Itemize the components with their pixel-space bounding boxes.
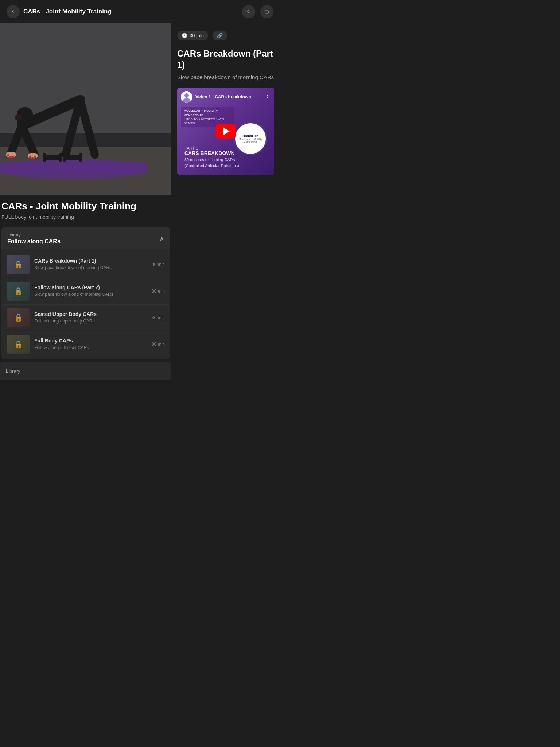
header-right: ☆ ⬡ [242, 5, 273, 18]
svg-point-22 [9, 156, 12, 158]
svg-point-12 [15, 115, 22, 120]
course-title: CARs - Joint Mobility Training [0, 195, 171, 214]
lesson-desc: Slow pace breakdown of morning CARs [34, 265, 147, 271]
hero-image [0, 23, 171, 195]
course-subtitle: FULL body joint mobility training [0, 214, 171, 220]
library-section-name: Follow along CARs [7, 238, 61, 245]
library-section: Library Follow along CARs ∧ 🔒 CARs Break… [1, 227, 170, 359]
bottom-library-bar[interactable]: Library [0, 362, 171, 380]
bottom-library-label: Library [6, 368, 20, 374]
svg-rect-15 [59, 153, 62, 162]
video-minutes-text: 30 minutes explaining CARs [184, 158, 239, 162]
branding-sub: Movement + Mobility Membership [235, 138, 266, 143]
lesson-title: Full Body CARs [34, 338, 147, 344]
share-button[interactable]: ⬡ [260, 5, 273, 18]
duration-value: 30 min [190, 33, 204, 38]
hero-svg [0, 23, 171, 195]
header-title: CARs - Joint Mobility Training [23, 8, 112, 15]
lesson-duration: 30 min [152, 289, 165, 294]
bookmark-icon: ☆ [246, 8, 251, 15]
svg-rect-17 [63, 153, 66, 162]
svg-point-28 [184, 93, 189, 98]
lesson-item[interactable]: 🔒 CARs Breakdown (Part 1) Slow pace brea… [1, 251, 170, 278]
branding-name: Brandi JP. [242, 134, 258, 138]
share-icon: ⬡ [265, 9, 269, 15]
right-column: 🕐 30 min 🔗 CARs Breakdown (Part 1) Slow … [171, 23, 280, 380]
library-header[interactable]: Library Follow along CARs ∧ [1, 227, 170, 250]
svg-rect-14 [43, 153, 46, 162]
video-minutes-sub: (Controlled Articular Rotations) [184, 163, 239, 168]
video-title-text: Video 1 - CARs breakdown [195, 94, 251, 100]
video-branding: Brandi JP. Movement + Mobility Membershi… [234, 109, 267, 168]
bookmark-button[interactable]: ☆ [242, 5, 255, 18]
lesson-title: Follow along CARs (Part 2) [34, 285, 147, 290]
lesson-title: CARs Breakdown (Part 1) [34, 258, 147, 264]
lesson-thumbnail: 🔒 [7, 255, 30, 274]
lesson-item[interactable]: 🔒 Full Body CARs Follow along full body … [1, 331, 170, 357]
app-header: ‹ CARs - Joint Mobility Training ☆ ⬡ [0, 0, 280, 23]
video-part-breakdown: CARS BREAKDOWN [184, 150, 239, 156]
library-label: Library [7, 232, 61, 237]
lock-icon: 🔒 [14, 340, 23, 349]
lesson-list: 🔒 CARs Breakdown (Part 1) Slow pace brea… [1, 250, 170, 359]
lesson-duration: 30 min [152, 342, 165, 347]
lesson-item[interactable]: 🔒 Follow along CARs (Part 2) Slow pace f… [1, 278, 170, 305]
back-icon: ‹ [12, 8, 14, 15]
library-header-text: Library Follow along CARs [7, 232, 61, 245]
header-left: ‹ CARs - Joint Mobility Training [7, 5, 112, 18]
svg-point-23 [12, 156, 14, 158]
lesson-desc: Follow along upper body CARs [34, 318, 147, 324]
video-intro-text: MOVEMENT + MOBILITY MEMBERSHIP INTRO TO … [184, 109, 231, 125]
clock-icon: 🕐 [182, 33, 187, 38]
branding-circle: Brandi JP. Movement + Mobility Membershi… [234, 122, 267, 155]
link-badge[interactable]: 🔗 [213, 31, 227, 40]
lesson-info: CARs Breakdown (Part 1) Slow pace breakd… [34, 258, 147, 271]
lesson-thumbnail: 🔒 [7, 308, 30, 327]
lesson-desc: Follow along full body CARs [34, 345, 147, 351]
lesson-main-title: CARs Breakdown (Part 1) [177, 48, 274, 70]
lesson-title: Seated Upper Body CARs [34, 311, 147, 317]
chevron-up-icon: ∧ [159, 235, 164, 243]
duration-badge: 🕐 30 min [177, 31, 208, 40]
left-column: CARs - Joint Mobility Training FULL body… [0, 23, 171, 380]
lesson-info: Full Body CARs Follow along full body CA… [34, 338, 147, 351]
lesson-duration: 30 min [152, 315, 165, 320]
hero-placeholder [0, 23, 171, 195]
lesson-info: Follow along CARs (Part 2) Slow pace fol… [34, 285, 147, 298]
main-content: CARs - Joint Mobility Training FULL body… [0, 23, 280, 380]
lesson-thumbnail: 🔒 [7, 335, 30, 354]
lock-icon: 🔒 [14, 287, 23, 295]
badges-row: 🕐 30 min 🔗 [177, 31, 274, 43]
svg-point-26 [34, 156, 36, 158]
svg-point-24 [29, 156, 31, 158]
svg-point-25 [31, 157, 34, 159]
svg-rect-18 [79, 153, 82, 162]
video-title-overlay: Video 1 - CARs breakdown [181, 91, 256, 103]
video-background: Video 1 - CARs breakdown ⋮ MOVEMENT + MO… [177, 88, 274, 175]
lesson-thumbnail: 🔒 [7, 282, 30, 301]
video-menu-dots[interactable]: ⋮ [264, 91, 271, 99]
lesson-info: Seated Upper Body CARs Follow along uppe… [34, 311, 147, 324]
video-part-info: PART 1 CARS BREAKDOWN 30 minutes explain… [184, 146, 239, 168]
lock-icon: 🔒 [14, 260, 23, 269]
svg-rect-4 [0, 162, 146, 173]
video-channel-avatar [181, 91, 192, 103]
video-container[interactable]: Video 1 - CARs breakdown ⋮ MOVEMENT + MO… [177, 88, 274, 175]
video-play-button[interactable] [215, 124, 236, 139]
play-triangle-icon [223, 127, 230, 135]
lesson-item[interactable]: 🔒 Seated Upper Body CARs Follow along up… [1, 305, 170, 331]
link-icon: 🔗 [217, 33, 223, 38]
lesson-desc: Slow pace follow along of morning CARs [34, 291, 147, 298]
lesson-main-desc: Slow pace breakdown of morning CARs [177, 74, 274, 80]
lesson-duration: 30 min [152, 262, 165, 267]
video-part-label: PART 1 [184, 146, 239, 150]
back-button[interactable]: ‹ [7, 5, 20, 18]
lock-icon: 🔒 [14, 313, 23, 322]
svg-point-21 [7, 154, 9, 156]
